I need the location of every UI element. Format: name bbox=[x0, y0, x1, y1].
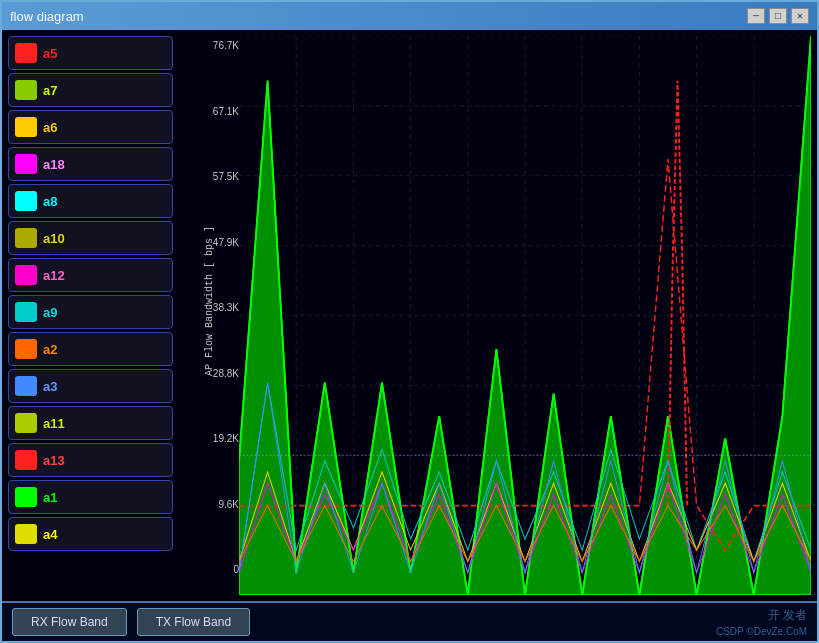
watermark: 开 发者CSDP ©DevZe.CoM bbox=[260, 607, 807, 638]
legend-color-a11 bbox=[15, 413, 37, 433]
y-label: 76.7K bbox=[197, 40, 239, 51]
legend-item-a8[interactable]: a8 bbox=[8, 184, 173, 218]
legend-item-a7[interactable]: a7 bbox=[8, 73, 173, 107]
legend-color-a12 bbox=[15, 265, 37, 285]
legend-color-a8 bbox=[15, 191, 37, 211]
main-window: flow diagram ─ □ ✕ a5a7a6a18a8a10a12a9a2… bbox=[0, 0, 819, 643]
chart-svg-container bbox=[239, 36, 811, 595]
legend-label-a13: a13 bbox=[43, 453, 65, 468]
legend-color-a9 bbox=[15, 302, 37, 322]
legend-item-a10[interactable]: a10 bbox=[8, 221, 173, 255]
legend-item-a18[interactable]: a18 bbox=[8, 147, 173, 181]
tx-flow-band-button[interactable]: TX Flow Band bbox=[137, 608, 250, 636]
y-label: 0 bbox=[197, 564, 239, 575]
legend-label-a3: a3 bbox=[43, 379, 57, 394]
legend-color-a13 bbox=[15, 450, 37, 470]
legend-color-a4 bbox=[15, 524, 37, 544]
y-label: 57.5K bbox=[197, 171, 239, 182]
legend-label-a10: a10 bbox=[43, 231, 65, 246]
legend-label-a2: a2 bbox=[43, 342, 57, 357]
legend-item-a4[interactable]: a4 bbox=[8, 517, 173, 551]
legend-item-a3[interactable]: a3 bbox=[8, 369, 173, 403]
legend-item-a13[interactable]: a13 bbox=[8, 443, 173, 477]
legend-label-a12: a12 bbox=[43, 268, 65, 283]
rx-flow-band-button[interactable]: RX Flow Band bbox=[12, 608, 127, 636]
content-area: a5a7a6a18a8a10a12a9a2a3a11a13a1a4 AP Flo… bbox=[2, 30, 817, 601]
legend-color-a10 bbox=[15, 228, 37, 248]
title-bar: flow diagram ─ □ ✕ bbox=[2, 2, 817, 30]
legend-item-a9[interactable]: a9 bbox=[8, 295, 173, 329]
legend-label-a9: a9 bbox=[43, 305, 57, 320]
legend-color-a3 bbox=[15, 376, 37, 396]
bottom-bar: RX Flow Band TX Flow Band 开 发者CSDP ©DevZ… bbox=[2, 601, 817, 641]
minimize-button[interactable]: ─ bbox=[747, 8, 765, 24]
legend-item-a11[interactable]: a11 bbox=[8, 406, 173, 440]
legend-panel: a5a7a6a18a8a10a12a9a2a3a11a13a1a4 bbox=[8, 36, 173, 595]
legend-label-a1: a1 bbox=[43, 490, 57, 505]
legend-label-a5: a5 bbox=[43, 46, 57, 61]
legend-color-a6 bbox=[15, 117, 37, 137]
legend-label-a18: a18 bbox=[43, 157, 65, 172]
legend-color-a7 bbox=[15, 80, 37, 100]
window-title: flow diagram bbox=[10, 9, 84, 24]
legend-color-a2 bbox=[15, 339, 37, 359]
legend-color-a1 bbox=[15, 487, 37, 507]
close-button[interactable]: ✕ bbox=[791, 8, 809, 24]
chart-wrapper: AP Flow Bandwidth [ bps ] 76.7K67.1K57.5… bbox=[179, 36, 811, 595]
legend-color-a18 bbox=[15, 154, 37, 174]
legend-item-a12[interactable]: a12 bbox=[8, 258, 173, 292]
y-label: 9.6K bbox=[197, 499, 239, 510]
chart-area: AP Flow Bandwidth [ bps ] 76.7K67.1K57.5… bbox=[179, 36, 811, 595]
y-label: 67.1K bbox=[197, 106, 239, 117]
legend-item-a2[interactable]: a2 bbox=[8, 332, 173, 366]
y-label: 19.2K bbox=[197, 433, 239, 444]
legend-item-a6[interactable]: a6 bbox=[8, 110, 173, 144]
legend-color-a5 bbox=[15, 43, 37, 63]
chart-svg bbox=[239, 36, 811, 595]
legend-label-a11: a11 bbox=[43, 416, 65, 431]
legend-item-a5[interactable]: a5 bbox=[8, 36, 173, 70]
legend-label-a4: a4 bbox=[43, 527, 57, 542]
legend-label-a6: a6 bbox=[43, 120, 57, 135]
restore-button[interactable]: □ bbox=[769, 8, 787, 24]
legend-label-a8: a8 bbox=[43, 194, 57, 209]
legend-label-a7: a7 bbox=[43, 83, 57, 98]
y-axis-title: AP Flow Bandwidth [ bps ] bbox=[204, 256, 215, 376]
legend-item-a1[interactable]: a1 bbox=[8, 480, 173, 514]
window-controls: ─ □ ✕ bbox=[747, 8, 809, 24]
